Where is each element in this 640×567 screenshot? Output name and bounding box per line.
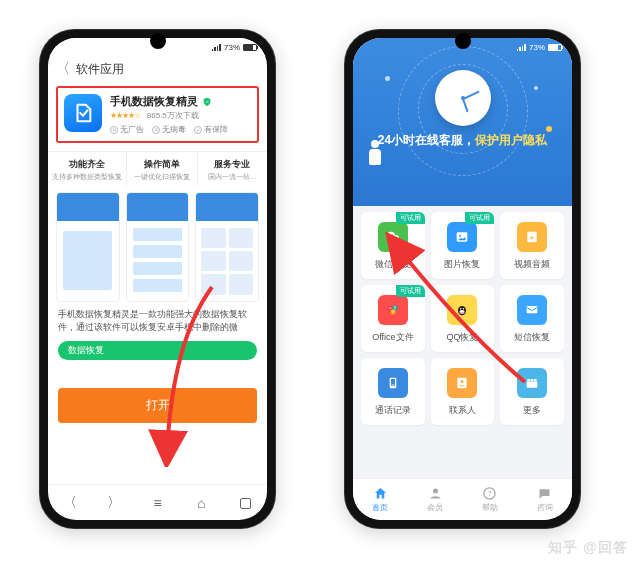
- nav-home-icon[interactable]: ⌂: [186, 495, 216, 511]
- cell-label: 通话记录: [375, 404, 411, 417]
- screenshot[interactable]: [126, 192, 190, 302]
- svg-point-17: [460, 308, 461, 309]
- svg-text:?: ?: [488, 490, 492, 497]
- more-icon: [517, 368, 547, 398]
- phone-right: 73% 24小时在线客服，保护用户隐私 可试用 微信恢复: [345, 30, 580, 528]
- picture-icon: [447, 222, 477, 252]
- svg-point-18: [463, 308, 464, 309]
- cell-label: 图片恢复: [444, 258, 480, 271]
- person-icon: [367, 140, 383, 166]
- qq-icon: [447, 295, 477, 325]
- chevron-left-icon: 〈: [56, 60, 70, 78]
- open-button[interactable]: 打开: [58, 388, 257, 423]
- battery-text: 73%: [529, 43, 545, 52]
- battery-icon: [243, 44, 257, 51]
- try-badge: 可试用: [465, 212, 494, 224]
- tab-label: 首页: [372, 502, 388, 513]
- feature-row: 功能齐全 支持多种数据类型恢复 操作简单 一键优化扫描恢复 服务专业 国内一流一…: [48, 151, 267, 186]
- screenshot-row[interactable]: [48, 186, 267, 308]
- office-icon: PXW: [378, 295, 408, 325]
- cell-sms[interactable]: 短信恢复: [500, 285, 564, 352]
- feature-grid: 可试用 微信恢复 可试用 图片恢复 视频音频 可试用: [361, 212, 564, 425]
- svg-point-1: [392, 235, 399, 242]
- cell-office[interactable]: 可试用 PXW Office文件: [361, 285, 425, 352]
- signal-icon: [212, 44, 221, 51]
- svg-point-7: [459, 235, 461, 237]
- tab-bar: 首页 会员 ? 帮助 咨询: [353, 478, 572, 520]
- svg-point-3: [391, 234, 392, 235]
- shield-icon: [202, 97, 212, 107]
- feature-item[interactable]: 功能齐全 支持多种数据类型恢复: [48, 152, 127, 186]
- nav-forward-icon[interactable]: 〉: [99, 494, 129, 512]
- tab-label: 会员: [427, 502, 443, 513]
- svg-point-28: [433, 489, 438, 494]
- back-bar[interactable]: 〈 软件应用: [48, 56, 267, 82]
- help-icon: ?: [482, 486, 497, 501]
- video-icon: [517, 222, 547, 252]
- app-tags: ✕无广告 ✕无病毒 ✓有保障: [110, 124, 251, 135]
- tab-label: 咨询: [537, 502, 553, 513]
- svg-rect-19: [527, 306, 538, 313]
- nav-back-icon[interactable]: 〈: [55, 494, 85, 512]
- cell-calllog[interactable]: 通话记录: [361, 358, 425, 425]
- svg-rect-27: [534, 379, 537, 382]
- cell-qq[interactable]: QQ恢复: [431, 285, 495, 352]
- download-count: 865.5万次下载: [147, 111, 199, 120]
- contacts-icon: [447, 368, 477, 398]
- app-title: 手机数据恢复精灵: [110, 94, 198, 109]
- cell-label: 微信恢复: [375, 258, 411, 271]
- cell-picture[interactable]: 可试用 图片恢复: [431, 212, 495, 279]
- screenshot[interactable]: [56, 192, 120, 302]
- signal-icon: [517, 44, 526, 51]
- cell-label: Office文件: [372, 331, 413, 344]
- cell-wechat[interactable]: 可试用 微信恢复: [361, 212, 425, 279]
- try-badge: 可试用: [396, 285, 425, 297]
- cell-label: 联系人: [449, 404, 476, 417]
- watermark: 知乎 @回答: [548, 539, 628, 557]
- cell-label: QQ恢复: [446, 331, 478, 344]
- notch: [150, 33, 166, 49]
- cell-label: 短信恢复: [514, 331, 550, 344]
- tab-home[interactable]: 首页: [353, 479, 408, 520]
- browser-nav: 〈 〉 ≡ ⌂: [48, 484, 267, 520]
- tab-label: 帮助: [482, 502, 498, 513]
- notch: [455, 33, 471, 49]
- clock-icon: [435, 70, 491, 126]
- battery-text: 73%: [224, 43, 240, 52]
- feature-item[interactable]: 服务专业 国内一流一站…: [198, 152, 268, 186]
- svg-point-2: [389, 234, 390, 235]
- page-title: 软件应用: [76, 61, 124, 78]
- svg-rect-25: [527, 379, 530, 382]
- nav-menu-icon[interactable]: ≡: [142, 495, 172, 511]
- hero-banner: 24小时在线客服，保护用户隐私: [353, 56, 572, 206]
- sms-icon: [517, 295, 547, 325]
- tab-member[interactable]: 会员: [408, 479, 463, 520]
- phone-left: 73% 〈 软件应用 手机数据恢复精灵: [40, 30, 275, 528]
- battery-icon: [548, 44, 562, 51]
- cell-label: 视频音频: [514, 258, 550, 271]
- cell-contacts[interactable]: 联系人: [431, 358, 495, 425]
- svg-rect-26: [531, 379, 534, 382]
- category-pill[interactable]: 数据恢复: [58, 341, 257, 360]
- cell-video[interactable]: 视频音频: [500, 212, 564, 279]
- svg-point-5: [396, 237, 397, 238]
- app-description: 手机数据恢复精灵是一款功能强大的数据恢复软件，通过该软件可以恢复安卓手机中删除的…: [48, 308, 267, 333]
- try-badge: 可试用: [396, 212, 425, 224]
- phone-icon: [378, 368, 408, 398]
- cell-more[interactable]: 更多: [500, 358, 564, 425]
- svg-point-4: [394, 237, 395, 238]
- user-icon: [428, 486, 443, 501]
- nav-tabs-icon[interactable]: [230, 495, 260, 511]
- screenshot[interactable]: [195, 192, 259, 302]
- cell-label: 更多: [523, 404, 541, 417]
- home-icon: [373, 486, 388, 501]
- wechat-icon: [378, 222, 408, 252]
- rating-stars: ★★★★☆: [110, 111, 140, 120]
- tab-help[interactable]: ? 帮助: [463, 479, 518, 520]
- chat-icon: [537, 486, 552, 501]
- tab-consult[interactable]: 咨询: [517, 479, 572, 520]
- app-card[interactable]: 手机数据恢复精灵 ★★★★☆ 865.5万次下载 ✕无广告 ✕无病毒 ✓有保障: [56, 86, 259, 143]
- app-icon: [64, 94, 102, 132]
- feature-item[interactable]: 操作简单 一键优化扫描恢复: [127, 152, 198, 186]
- svg-point-23: [461, 380, 464, 383]
